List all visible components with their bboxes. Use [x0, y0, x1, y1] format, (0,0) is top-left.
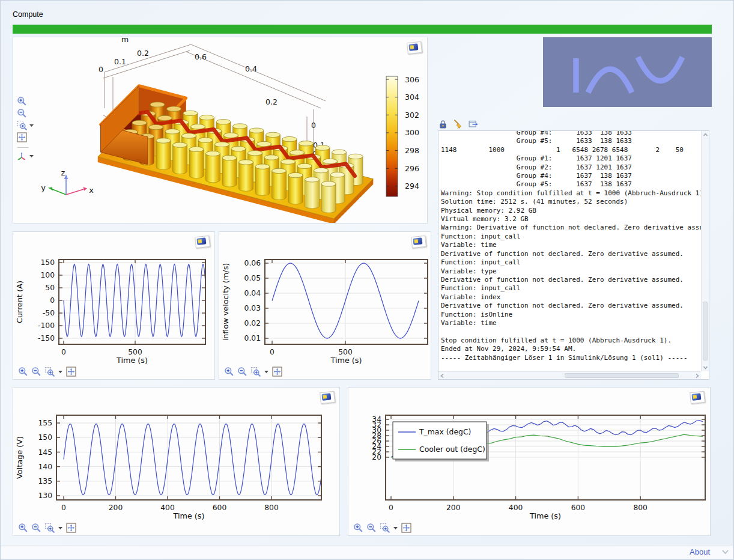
zoom-out-icon[interactable] [31, 367, 41, 377]
toolbar-row [17, 132, 34, 142]
clear-log-icon[interactable] [453, 119, 463, 129]
open-plot-icon[interactable] [690, 391, 705, 404]
scrollbar-thumb[interactable] [565, 373, 679, 378]
default-3d-view-icon[interactable] [17, 151, 27, 161]
zoom-extents-icon[interactable] [272, 367, 282, 377]
zoom-in-icon[interactable] [18, 523, 28, 533]
chart-text: x [89, 186, 94, 195]
caret-down-icon[interactable] [58, 367, 63, 377]
voltage-plot-card: 0200400600800155150145140135130Time (s)V… [13, 387, 340, 536]
open-plot-icon[interactable] [195, 236, 210, 248]
zoom-box-icon[interactable] [250, 367, 261, 377]
zoom-out-icon[interactable] [366, 523, 377, 533]
log-panel: Group #4: 1633 138 1633 Group #5: 1633 1… [438, 130, 709, 380]
chart-text: 306 [405, 75, 419, 84]
chart-text: 130 [38, 492, 52, 500]
chart-text: 0.04 [244, 289, 261, 297]
chart-text: Time (s) [116, 356, 148, 365]
company-logo [543, 37, 712, 107]
plot-icon-glyph [410, 45, 414, 49]
zoom-box-icon[interactable] [17, 120, 27, 130]
chevron-down-icon[interactable] [721, 549, 729, 555]
chart-text: 298 [405, 146, 419, 155]
chart-text: 0.2 [265, 97, 278, 106]
lock-icon[interactable] [438, 120, 447, 129]
chart-text: 302 [405, 111, 419, 120]
caret-down-icon[interactable] [58, 523, 63, 533]
scroll-right-icon[interactable] [694, 373, 700, 379]
zoom-in-icon[interactable] [224, 367, 234, 377]
chart-text: -150 [38, 334, 55, 342]
status-bar: About [1, 545, 733, 559]
plot-icon-glyph [323, 395, 327, 399]
log-vertical-scrollbar[interactable] [701, 131, 709, 371]
open-plot-icon[interactable] [320, 391, 335, 404]
chart-text: y [41, 183, 46, 192]
compute-label: Compute [13, 10, 43, 19]
model-3d-scene: m00.10.20.60.40.200.10.05m0zxy3063043023… [13, 37, 427, 223]
zoom-in-icon[interactable] [353, 523, 363, 533]
chart-text: m [121, 37, 129, 44]
chart-text: 500 [128, 348, 142, 356]
plot-toolbar [18, 523, 76, 533]
chart-text: 300 [405, 128, 419, 137]
chart-text: 294 [405, 181, 419, 190]
chart-text: 0.6 [195, 52, 207, 61]
chart-text: 304 [405, 93, 419, 102]
chart-text: 155 [38, 419, 52, 427]
chart-text: Time (s) [172, 511, 204, 520]
plot-icon-glyph [414, 239, 419, 243]
app-window: Compute m00.10.20.60.40.200.10.05m0zxy30… [0, 0, 734, 560]
chart-text: 800 [633, 504, 647, 512]
zoom-extents-icon[interactable] [66, 523, 76, 533]
log-output[interactable]: Group #4: 1633 138 1633 Group #5: 1633 1… [438, 130, 702, 363]
open-log-window-icon[interactable] [469, 119, 479, 129]
chart-text: 400 [160, 504, 174, 512]
zoom-extents-icon[interactable] [401, 523, 411, 533]
open-plot-icon[interactable] [411, 236, 426, 248]
log-toolbar [438, 119, 479, 129]
chart-text: 400 [509, 504, 523, 512]
temperature-chart: 02004006008003432302826242220Time (s)T_m… [348, 388, 710, 535]
scroll-up-icon[interactable] [703, 132, 708, 138]
zoom-in-icon[interactable] [18, 367, 28, 377]
zoom-extents-icon[interactable] [17, 132, 27, 142]
caret-down-icon[interactable] [29, 120, 34, 130]
scrollbar-thumb[interactable] [703, 302, 708, 361]
chart-text: 0.05 [244, 274, 261, 282]
zoom-out-icon[interactable] [31, 523, 41, 533]
chart-text: T_max (degC) [419, 427, 471, 436]
zoom-box-icon[interactable] [44, 523, 55, 533]
zoom-in-icon[interactable] [17, 96, 27, 106]
chart-text: 0 [61, 504, 66, 512]
open-plot-icon[interactable] [407, 41, 422, 54]
toolbar-row [17, 151, 34, 161]
zoom-extents-icon[interactable] [66, 367, 76, 377]
caret-down-icon[interactable] [29, 151, 34, 161]
zoom-out-icon[interactable] [237, 367, 247, 377]
zoom-box-icon[interactable] [380, 523, 390, 533]
scroll-left-icon[interactable] [440, 373, 445, 379]
current-chart: 0500150100500-50-100-150Time (s)Current … [13, 232, 214, 379]
plot-icon-glyph [693, 395, 697, 399]
scroll-down-icon[interactable] [703, 365, 708, 370]
caret-down-icon[interactable] [393, 523, 398, 533]
chart-text: 800 [264, 504, 278, 512]
chart-text: 0 [389, 504, 393, 512]
progress-bar [13, 25, 712, 34]
chart-text: 500 [338, 348, 352, 356]
inflow-chart: 05000.060.050.040.030.020.01Time (s)infl… [219, 232, 431, 379]
chart-text: 0.03 [244, 304, 261, 312]
caret-down-icon[interactable] [264, 367, 269, 377]
zoom-box-icon[interactable] [44, 367, 55, 377]
inflow-plot-card: 05000.060.050.040.030.020.01Time (s)infl… [219, 231, 431, 380]
log-horizontal-scrollbar[interactable] [438, 371, 701, 379]
toolbar-row [17, 96, 34, 106]
chart-text: 150 [38, 433, 52, 442]
zoom-out-icon[interactable] [17, 108, 27, 118]
about-link[interactable]: About [690, 547, 710, 556]
chart-text: Time (s) [529, 511, 561, 520]
toolbar-row [17, 144, 34, 149]
chart-text: 0.4 [245, 64, 257, 73]
chart-text: -50 [43, 309, 55, 317]
